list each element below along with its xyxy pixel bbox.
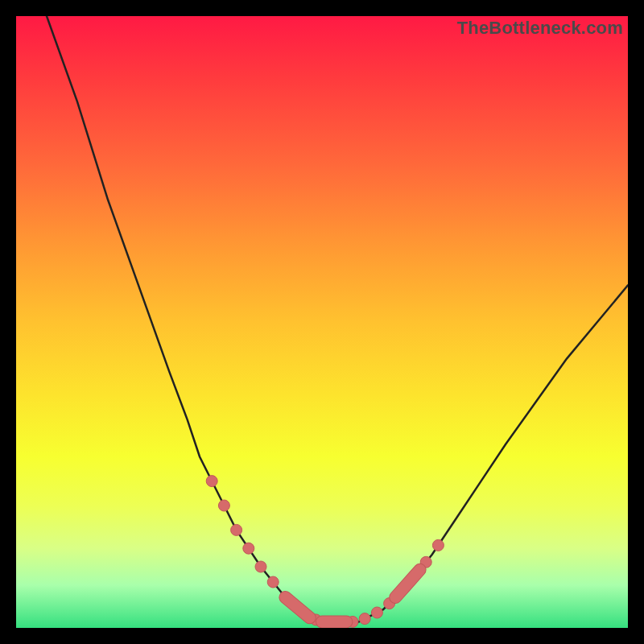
bead-circle bbox=[231, 524, 242, 535]
bead-circle bbox=[206, 476, 217, 487]
bead-circle bbox=[267, 576, 279, 588]
bead-circle bbox=[218, 500, 229, 511]
bead-capsule bbox=[285, 597, 309, 617]
bead-circle bbox=[255, 561, 266, 572]
bead-circle bbox=[371, 607, 382, 618]
bottleneck-curve bbox=[47, 16, 628, 621]
chart-frame: TheBottleneck.com bbox=[16, 16, 628, 628]
bead-circle bbox=[432, 539, 444, 551]
bead-circle bbox=[243, 543, 254, 554]
bead-circle bbox=[359, 613, 370, 625]
curve-layer bbox=[16, 16, 628, 628]
